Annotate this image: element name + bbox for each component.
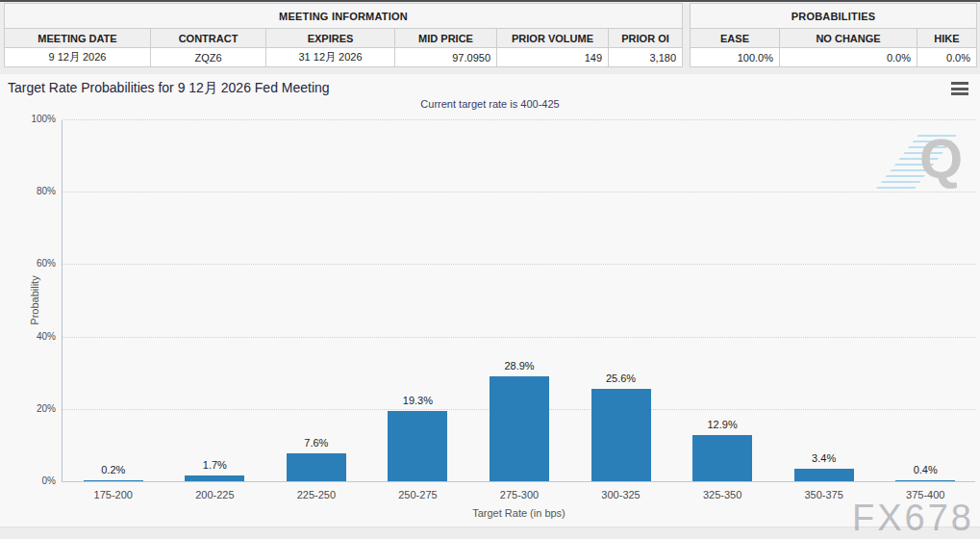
meeting-information-row: 9 12月 2026 ZQZ6 31 12月 2026 97.0950 149 … — [5, 48, 683, 67]
prior-volume-value: 149 — [497, 48, 609, 67]
no-change-value: 0.0% — [780, 48, 917, 67]
probabilities-title: PROBABILITIES — [691, 4, 977, 29]
col-prior-oi: PRIOR OI — [609, 29, 683, 48]
ease-value: 100.0% — [691, 48, 780, 67]
y-axis-tick-label: 40% — [13, 331, 56, 343]
probability-bar-300-325[interactable] — [591, 389, 651, 481]
y-axis-tick-label: 80% — [13, 186, 56, 197]
bar-value-label: 3.4% — [786, 452, 863, 464]
contract-value: ZQZ6 — [151, 48, 266, 67]
mid-price-value: 97.0950 — [395, 48, 497, 67]
col-prior-volume: PRIOR VOLUME — [497, 29, 609, 48]
col-ease: EASE — [691, 29, 780, 48]
meeting-date-value: 9 12月 2026 — [5, 48, 151, 67]
probability-bar-275-300[interactable] — [490, 376, 549, 481]
probabilities-row: 100.0% 0.0% 0.0% — [691, 48, 977, 67]
bar-value-label: 7.6% — [278, 437, 355, 449]
y-gridline — [63, 119, 975, 120]
probability-bar-350-375[interactable] — [794, 469, 854, 481]
probabilities-table: PROBABILITIES EASE NO CHANGE HIKE 100.0%… — [690, 3, 977, 67]
target-rate-chart-panel: Target Rate Probabilities for 9 12月 2026… — [0, 74, 980, 527]
chart-title: Target Rate Probabilities for 9 12月 2026… — [8, 80, 330, 97]
expires-value: 31 12月 2026 — [266, 48, 395, 67]
x-axis-tick-label: 325-350 — [672, 489, 772, 500]
hike-value: 0.0% — [917, 48, 977, 67]
col-mid-price: MID PRICE — [395, 29, 497, 48]
probability-bar-250-275[interactable] — [388, 411, 447, 481]
bar-value-label: 12.9% — [684, 419, 761, 430]
probability-bar-375-400[interactable] — [895, 480, 955, 482]
hamburger-icon — [951, 88, 968, 90]
bar-value-label: 19.3% — [379, 395, 456, 406]
x-axis-tick-label: 350-375 — [774, 489, 874, 500]
x-axis-tick-label: 250-275 — [367, 489, 467, 500]
x-axis-tick-label: 300-325 — [571, 489, 671, 500]
meeting-information-title: MEETING INFORMATION — [5, 4, 683, 29]
y-axis-tick-label: 20% — [13, 403, 56, 415]
probability-bar-325-350[interactable] — [692, 435, 752, 482]
probability-bar-225-250[interactable] — [287, 453, 346, 481]
bar-value-label: 0.4% — [887, 464, 964, 475]
x-axis-tick-label: 225-250 — [266, 489, 366, 500]
prior-oi-value: 3,180 — [609, 48, 683, 67]
col-no-change: NO CHANGE — [780, 29, 917, 48]
hamburger-icon — [951, 82, 968, 85]
col-expires: EXPIRES — [266, 29, 395, 48]
window-top-border — [0, 0, 980, 2]
chart-subtitle: Current target rate is 400-425 — [0, 98, 980, 110]
y-axis-tick-label: 0% — [13, 475, 56, 487]
col-hike: HIKE — [917, 29, 977, 48]
col-meeting-date: MEETING DATE — [5, 29, 151, 48]
hamburger-icon — [951, 92, 968, 95]
chart-context-menu-button[interactable] — [951, 82, 968, 95]
x-axis-tick-label: 275-300 — [469, 489, 569, 500]
y-gridline — [63, 337, 975, 338]
y-axis-tick-label: 100% — [13, 114, 56, 125]
y-gridline — [63, 264, 975, 265]
bar-value-label: 28.9% — [481, 360, 558, 372]
bar-value-label: 25.6% — [583, 372, 660, 384]
bar-value-label: 1.7% — [176, 459, 253, 471]
x-axis-title: Target Rate (in bps) — [63, 507, 975, 519]
probability-bar-175-200[interactable] — [84, 480, 143, 481]
meeting-information-table: MEETING INFORMATION MEETING DATE CONTRAC… — [4, 3, 683, 67]
y-gridline — [63, 192, 975, 192]
bar-value-label: 0.2% — [75, 464, 152, 475]
y-axis-tick-label: 60% — [13, 258, 56, 270]
plot-area: Probability Target Rate (in bps) 0%20%40… — [62, 120, 975, 482]
probability-bar-200-225[interactable] — [185, 475, 244, 481]
x-axis-tick-label: 200-225 — [164, 489, 264, 500]
x-axis-tick-label: 375-400 — [875, 489, 975, 500]
col-contract: CONTRACT — [151, 29, 266, 48]
x-axis-tick-label: 175-200 — [63, 489, 163, 500]
